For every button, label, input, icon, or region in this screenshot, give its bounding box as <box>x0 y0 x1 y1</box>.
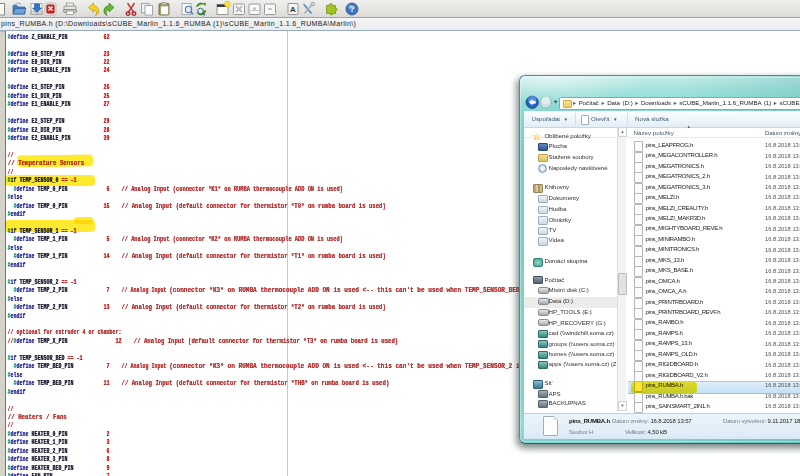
svg-text:?: ? <box>349 4 354 14</box>
svg-text:A: A <box>290 5 296 14</box>
